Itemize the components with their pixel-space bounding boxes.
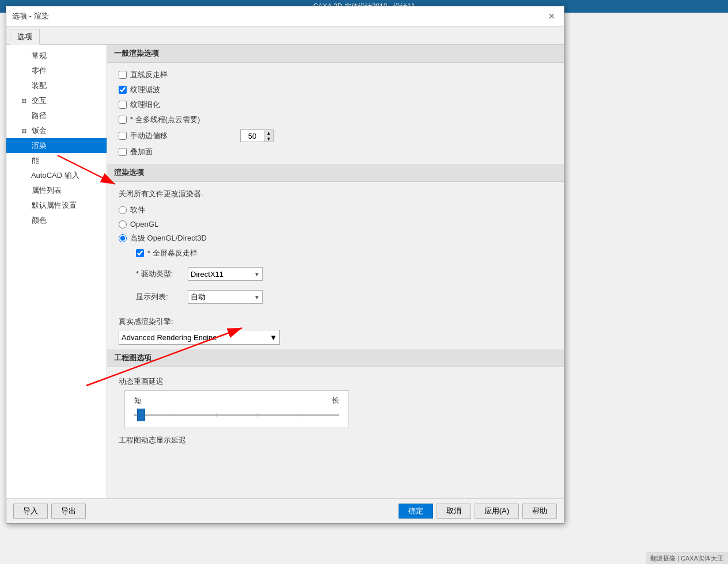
display-list-arrow-icon: ▼ — [254, 294, 260, 300]
multithread-checkbox[interactable] — [119, 116, 127, 124]
sidebar-item-defprop[interactable]: 默认属性设置 — [6, 198, 107, 213]
renderer-advanced-row: 高级 OpenGL/Direct3D — [119, 231, 552, 246]
slider-short-label: 短 — [134, 395, 142, 406]
dialog-title: 选项 - 渲染 — [12, 11, 49, 21]
driver-type-value: DirectX11 — [191, 270, 223, 279]
renderer-opengl-radio[interactable] — [119, 220, 127, 228]
slider-background — [134, 414, 339, 416]
spin-down-button[interactable]: ▼ — [264, 136, 273, 142]
dialog-titlebar: 选项 - 渲染 ✕ — [6, 6, 564, 26]
offset-spinner-container: ▲ ▼ — [240, 129, 274, 142]
renderer-software-row: 软件 — [119, 203, 552, 218]
content-area: 一般渲染选项 直线反走样 纹理滤波 纹理细化 — [107, 45, 564, 498]
footer-right-buttons: 确定 取消 应用(A) 帮助 — [399, 504, 557, 519]
manual-offset-label[interactable]: 手动边偏移 — [130, 131, 168, 141]
add-face-checkbox[interactable] — [119, 148, 127, 156]
renderer-opengl-label[interactable]: OpenGL — [130, 220, 158, 228]
status-bar: 翻滚摄像 | CAXA实体大王 — [646, 552, 728, 564]
display-list-value: 自动 — [191, 292, 206, 302]
sidebar-item-normal[interactable]: 常规 — [6, 48, 107, 63]
texture-filter-row: 纹理滤波 — [119, 82, 552, 97]
line-antialias-row: 直线反走样 — [119, 67, 552, 82]
display-list-select[interactable]: 自动 ▼ — [188, 290, 263, 304]
slider-track[interactable] — [134, 409, 339, 421]
slider-tick-2 — [217, 413, 217, 417]
sidebar-item-color[interactable]: 颜色 — [6, 213, 107, 228]
offset-spinner: ▲ ▼ — [240, 129, 274, 142]
apply-button[interactable]: 应用(A) — [475, 504, 519, 519]
renderer-advanced-radio[interactable] — [119, 234, 127, 242]
options-dialog: 选项 - 渲染 ✕ 选项 常规 零件 装配 ⊞ 交互 — [6, 6, 564, 524]
renderer-advanced-label[interactable]: 高级 OpenGL/Direct3D — [130, 233, 207, 243]
driver-type-label: * 驱动类型: — [136, 269, 182, 279]
sidebar: 常规 零件 装配 ⊞ 交互 路径 ⊞ 钣金 — [6, 45, 107, 498]
help-button[interactable]: 帮助 — [522, 504, 557, 519]
fullscreen-antialias-checkbox[interactable] — [136, 249, 144, 257]
multithread-label[interactable]: * 全多线程(点云需要) — [130, 115, 200, 125]
driver-type-select[interactable]: DirectX11 ▼ — [188, 267, 263, 281]
render-options-header: 渲染选项 — [107, 164, 564, 182]
multithread-row: * 全多线程(点云需要) — [119, 112, 552, 127]
line-antialias-checkbox[interactable] — [119, 71, 127, 79]
sidebar-item-autocad[interactable]: AutoCAD 输入 — [6, 168, 107, 183]
sidebar-item-assembly[interactable]: 装配 — [6, 78, 107, 93]
ok-button[interactable]: 确定 — [399, 504, 433, 519]
spin-up-button[interactable]: ▲ — [264, 130, 273, 136]
sidebar-item-performance[interactable]: 能 — [6, 153, 107, 168]
display-list-row: 显示列表: 自动 ▼ — [136, 287, 552, 307]
texture-filter-label[interactable]: 纹理滤波 — [130, 85, 160, 95]
dynamic-display-label: 工程图动态显示延迟 — [119, 435, 552, 445]
texture-detail-row: 纹理细化 — [119, 97, 552, 112]
dynamic-redraw-label: 动态重画延迟 — [119, 376, 552, 387]
display-list-label: 显示列表: — [136, 292, 182, 302]
sidebar-item-render[interactable]: 渲染 — [6, 138, 107, 153]
dialog-footer: 导入 导出 确定 取消 应用(A) 帮助 — [6, 498, 564, 523]
line-antialias-label[interactable]: 直线反走样 — [130, 70, 168, 80]
advanced-sub-options: * 全屏幕反走样 * 驱动类型: DirectX11 ▼ 显示列表: — [119, 246, 552, 307]
close-all-label: 关闭所有文件更改渲染器. — [119, 186, 552, 203]
slider-labels: 短 长 — [134, 395, 339, 406]
manual-offset-row: 手动边偏移 ▲ ▼ — [119, 127, 552, 144]
export-button[interactable]: 导出 — [51, 504, 86, 519]
realistic-engine-arrow-icon: ▼ — [270, 333, 277, 342]
fullscreen-antialias-label[interactable]: * 全屏幕反走样 — [147, 248, 198, 258]
tab-strip: 选项 — [6, 26, 564, 45]
cancel-button[interactable]: 取消 — [437, 504, 471, 519]
import-button[interactable]: 导入 — [13, 504, 48, 519]
renderer-opengl-row: OpenGL — [119, 218, 552, 231]
texture-detail-label[interactable]: 纹理细化 — [130, 100, 160, 110]
renderer-software-label[interactable]: 软件 — [130, 205, 145, 215]
renderer-software-radio[interactable] — [119, 206, 127, 214]
slider-tick-1 — [176, 413, 176, 417]
general-render-options: 直线反走样 纹理滤波 纹理细化 * 全多线程(点云需要) — [107, 63, 564, 164]
fullscreen-antialias-row: * 全屏幕反走样 — [136, 246, 552, 261]
expand-icon-interaction: ⊞ — [21, 97, 28, 105]
realistic-engine-select[interactable]: Advanced Rendering Engine ▼ — [119, 330, 280, 345]
driver-type-row: * 驱动类型: DirectX11 ▼ — [136, 264, 552, 284]
slider-tick-4 — [298, 413, 298, 417]
slider-long-label: 长 — [332, 395, 339, 406]
status-text: 翻滚摄像 | CAXA实体大王 — [650, 554, 723, 563]
engineering-options-header: 工程图选项 — [107, 349, 564, 367]
texture-detail-checkbox[interactable] — [119, 101, 127, 109]
expand-icon-sheetmetal: ⊞ — [21, 127, 28, 135]
sidebar-item-parts[interactable]: 零件 — [6, 63, 107, 78]
offset-value-input[interactable] — [241, 130, 264, 142]
dialog-close-button[interactable]: ✕ — [545, 10, 558, 22]
render-options-block: 关闭所有文件更改渲染器. 软件 OpenGL 高级 OpenGL/Direct3… — [107, 182, 564, 349]
dialog-body: 常规 零件 装配 ⊞ 交互 路径 ⊞ 钣金 — [6, 45, 564, 498]
slider-container: 短 长 — [124, 390, 349, 428]
add-face-label[interactable]: 叠加面 — [130, 147, 153, 157]
tab-options[interactable]: 选项 — [10, 29, 40, 45]
manual-offset-checkbox[interactable] — [119, 132, 127, 140]
slider-thumb[interactable] — [137, 409, 145, 421]
texture-filter-checkbox[interactable] — [119, 86, 127, 94]
sidebar-item-path[interactable]: 路径 — [6, 108, 107, 123]
sidebar-item-sheetmetal[interactable]: ⊞ 钣金 — [6, 123, 107, 138]
engineering-options-block: 动态重画延迟 短 长 — [107, 372, 564, 454]
slider-tick-3 — [257, 413, 257, 417]
sidebar-item-proplist[interactable]: 属性列表 — [6, 183, 107, 198]
sidebar-item-interaction[interactable]: ⊞ 交互 — [6, 93, 107, 108]
add-face-row: 叠加面 — [119, 144, 552, 159]
realistic-engine-value: Advanced Rendering Engine — [122, 333, 217, 342]
